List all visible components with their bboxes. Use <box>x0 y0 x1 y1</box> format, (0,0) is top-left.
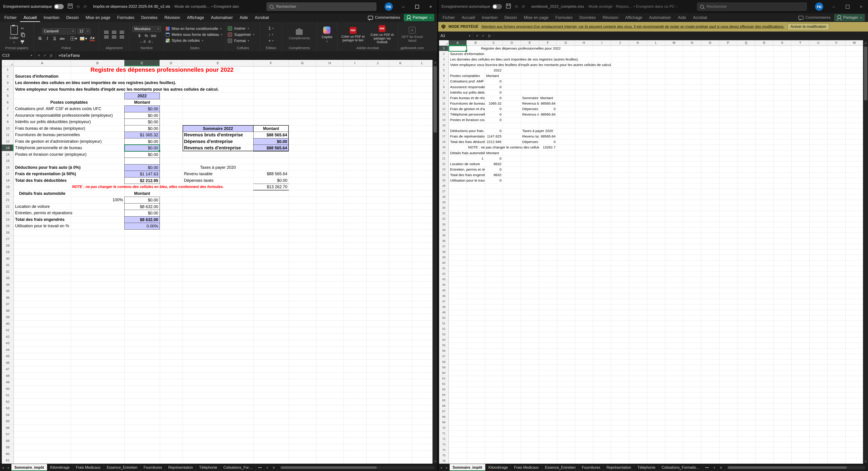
gpt-for-excel-button[interactable]: G GPT for Excel Word <box>400 27 424 43</box>
redo-button[interactable]: ⟳ <box>83 4 87 9</box>
column-header-D[interactable]: D <box>503 40 521 46</box>
ribbon-tab-6-right[interactable]: Données <box>576 13 599 22</box>
align-center-icon[interactable] <box>112 36 116 38</box>
horizontal-scroll-thumb[interactable] <box>281 466 377 469</box>
column-header-Q[interactable]: Q <box>737 40 755 46</box>
row-header-54[interactable]: 54 <box>439 337 449 343</box>
cell-F10[interactable]: Montant <box>253 125 289 132</box>
row-header-23[interactable]: 23 <box>439 167 449 172</box>
font-name-select[interactable]: Cantarell ▾ <box>42 28 76 34</box>
row-header-36[interactable]: 36 <box>2 294 14 301</box>
cell-B1[interactable]: Registre des dépenses professionnelles p… <box>467 46 575 51</box>
row-header-37[interactable]: 37 <box>2 301 14 307</box>
row-header-39[interactable]: 39 <box>2 314 14 321</box>
row-header-51[interactable]: 51 <box>439 321 449 326</box>
name-box[interactable]: C13 ▾ <box>0 51 35 60</box>
cell-A13[interactable]: Téléphonie personnelle et de bureau <box>14 145 124 151</box>
row-header-29[interactable]: 29 <box>2 249 14 255</box>
cell-E13[interactable]: Revenus nets d'entreprise <box>521 112 539 117</box>
column-header-A[interactable]: A <box>14 60 71 66</box>
close-button[interactable]: × <box>424 0 437 13</box>
cell-C12[interactable]: $0.00 <box>124 138 160 145</box>
vertical-scroll-thumb[interactable] <box>433 66 437 133</box>
sheet-tab-7-left[interactable]: Cotisations_For… <box>220 464 256 471</box>
row-header-41[interactable]: 41 <box>2 327 14 333</box>
row-header-4[interactable]: 4 <box>439 62 449 68</box>
select-all-corner[interactable] <box>439 40 449 46</box>
autosave-toggle[interactable]: Enregistrement automatique <box>0 4 64 9</box>
fill-button[interactable]: ↓▾ <box>269 32 273 37</box>
row-header-18[interactable]: 18 <box>2 177 14 184</box>
row-header-5[interactable]: 5 <box>439 68 449 73</box>
row-header-61[interactable]: 61 <box>2 457 14 464</box>
save-button[interactable] <box>68 4 72 9</box>
cell-C5[interactable]: 2022 <box>485 68 503 73</box>
sheet-tab-4-right[interactable]: Fournitures <box>579 464 603 471</box>
cell-A17[interactable]: Frais de représentation (à 50%) <box>449 134 485 139</box>
ribbon-tab-1-left[interactable]: Accueil <box>20 13 40 22</box>
insert-cells-button[interactable]: Insérer ▾ <box>228 26 249 31</box>
cell-A6[interactable]: Postes comptables <box>14 99 124 106</box>
row-header-9[interactable]: 9 <box>2 119 14 125</box>
italic-button[interactable]: I <box>45 36 50 41</box>
row-header-60[interactable]: 60 <box>2 451 14 457</box>
ribbon-tab-9-left[interactable]: Automatiser <box>208 13 236 22</box>
cell-B21[interactable]: 1 <box>467 156 485 161</box>
minimize-button[interactable]: – <box>827 0 841 13</box>
enable-editing-button[interactable]: Activer la modification <box>787 23 830 30</box>
formula-input[interactable]: =telefono <box>56 53 437 58</box>
sheet-list-button[interactable]: ≡ <box>271 466 277 469</box>
row-header-1[interactable]: 1 <box>2 66 14 73</box>
sheet-tab-0-right[interactable]: Sommaire_impôt <box>450 464 486 471</box>
cell-A13[interactable]: Téléphonie personnelle et de bureau <box>449 112 485 117</box>
cell-E17[interactable]: Revenu taxable <box>521 134 539 139</box>
borders-button[interactable]: ▾ <box>70 36 77 41</box>
cell-C17[interactable]: $1 147.63 <box>124 171 160 177</box>
autosave-toggle-pill[interactable] <box>54 4 64 9</box>
select-all-corner[interactable] <box>2 60 14 66</box>
cell-F18[interactable]: 0 <box>539 139 557 145</box>
insert-function-icon[interactable]: fx <box>488 34 491 38</box>
minimize-button[interactable]: – <box>397 0 410 13</box>
row-header-76[interactable]: 76 <box>439 458 449 464</box>
column-header-E[interactable]: E <box>521 40 539 46</box>
row-header-2[interactable]: 2 <box>2 73 14 80</box>
cell-C15[interactable] <box>124 157 160 165</box>
insert-function-icon[interactable]: fx <box>50 54 53 58</box>
sheet-tab-5-right[interactable]: Représentation <box>603 464 634 471</box>
column-header-B[interactable]: B <box>467 40 485 46</box>
cell-C21[interactable]: 0 <box>485 156 503 161</box>
row-header-74[interactable]: 74 <box>439 447 449 453</box>
row-header-69[interactable]: 69 <box>439 420 449 425</box>
row-header-15[interactable]: 15 <box>439 123 449 128</box>
autosum-button[interactable]: Σ▾ <box>269 26 273 31</box>
ribbon-tab-10-left[interactable]: Aide <box>236 13 251 22</box>
cell-B19[interactable]: NOTE : ne pas changer le contenu des cel… <box>71 184 253 190</box>
cell-A14[interactable]: Postes et livraison courrier (employeur) <box>449 117 485 123</box>
row-header-23[interactable]: 23 <box>2 210 14 216</box>
row-header-28[interactable]: 28 <box>2 242 14 249</box>
row-header-49[interactable]: 49 <box>439 310 449 315</box>
ribbon-tab-3-right[interactable]: Dessin <box>501 13 520 22</box>
row-header-28[interactable]: 28 <box>439 194 449 200</box>
row-header-57[interactable]: 57 <box>439 354 449 359</box>
row-header-18[interactable]: 18 <box>439 139 449 145</box>
cell-A18[interactable]: Total des frais déductibles <box>14 177 124 184</box>
row-header-54[interactable]: 54 <box>2 412 14 418</box>
row-header-2[interactable]: 2 <box>439 51 449 57</box>
format-cells-button[interactable]: Format ▾ <box>228 38 249 43</box>
column-header-J[interactable]: J <box>366 60 389 66</box>
row-header-37[interactable]: 37 <box>439 244 449 249</box>
ribbon-tab-2-right[interactable]: Insertion <box>478 13 501 22</box>
align-top-icon[interactable] <box>104 31 108 34</box>
row-header-24[interactable]: 24 <box>2 216 14 223</box>
row-header-47[interactable]: 47 <box>2 366 14 373</box>
cell-A9[interactable]: Intérêts sur prêts déductibles (employeu… <box>14 119 124 125</box>
comments-button[interactable]: Commentaires <box>368 15 400 20</box>
column-header-G[interactable]: G <box>557 40 575 46</box>
row-header-45[interactable]: 45 <box>439 288 449 293</box>
row-header-25[interactable]: 25 <box>2 223 14 229</box>
row-header-60[interactable]: 60 <box>439 370 449 376</box>
row-header-9[interactable]: 9 <box>439 90 449 95</box>
tab-scroll-left-icon[interactable]: ◂ <box>438 466 444 469</box>
